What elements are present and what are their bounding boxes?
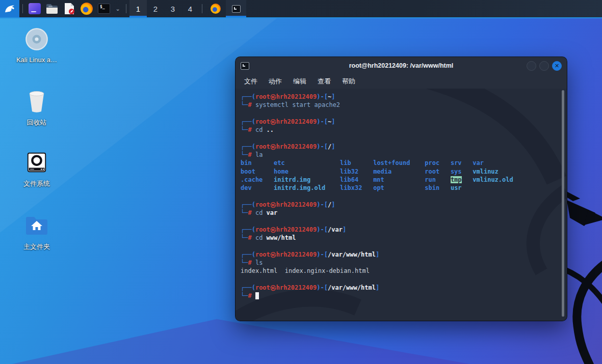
terminal-menubar: 文件动作编辑查看帮助 [235, 74, 567, 89]
terminal-line: ┌──(root㉿hrh20212409)-[/var/www/html] [241, 284, 560, 292]
terminal-line: dev initrd.img.old libx32 opt sbin usr [241, 184, 560, 192]
terminal-line [241, 134, 560, 142]
menu-item-3[interactable]: 查看 [313, 75, 335, 88]
terminal-titlebar[interactable]: root@hrh20212409: /var/www/html ✕ [235, 57, 567, 74]
terminal-dropdown-chevron[interactable]: ⌄ [113, 0, 123, 17]
desktop-icon-label: 主文件夹 [23, 242, 50, 251]
close-button[interactable]: ✕ [552, 61, 562, 71]
launcher-text-editor[interactable] [61, 0, 78, 17]
taskbar-separator [22, 4, 23, 13]
terminal-line: boot home lib32 media root sys vmlinuz [241, 167, 560, 176]
taskbar-separator [202, 4, 202, 13]
terminal-line: └─# systemctl start apache2 [241, 101, 560, 109]
workspace-button-2[interactable]: 2 [147, 0, 164, 17]
terminal-line: └─# ls [241, 259, 560, 267]
terminal-line: └─# cd .. [241, 126, 560, 134]
terminal-line: └─# cd var [241, 209, 560, 217]
kali-dragon-icon [3, 2, 16, 15]
launcher-terminal[interactable]: $_ [95, 0, 113, 17]
window-button-firefox[interactable] [205, 0, 226, 17]
desktop-icon-label: Kali Linux a… [16, 56, 57, 64]
terminal-line: ┌──(root㉿hrh20212409)-[/] [241, 201, 560, 209]
firefox-icon [81, 3, 93, 15]
maximize-button[interactable] [539, 61, 549, 71]
taskbar-separator [126, 4, 126, 13]
folder-icon [46, 4, 58, 14]
terminal-line: bin etc lib lost+found proc srv var [241, 159, 560, 167]
terminal-line: ┌──(root㉿hrh20212409)-[/] [241, 143, 560, 151]
terminal-line [241, 109, 560, 118]
desktop-icon-3[interactable]: 主文件夹 [12, 213, 61, 251]
terminal-line: ┌──(root㉿hrh20212409)-[/var] [241, 226, 560, 234]
terminal-line: ┌──(root㉿hrh20212409)-[/var/www/html] [241, 250, 560, 259]
minimize-button[interactable] [527, 61, 536, 71]
cdrom-icon [24, 26, 49, 52]
launcher-file-manager[interactable] [43, 0, 61, 17]
window-button-terminal[interactable] [226, 0, 246, 17]
terminal-icon: $_ [98, 4, 110, 14]
taskbar: $_ ⌄ 1234 [0, 0, 602, 18]
terminal-line: └─# la [241, 151, 560, 159]
terminal-line [241, 242, 560, 250]
desktop-icon-label: 回收站 [27, 118, 47, 127]
workspace-button-3[interactable]: 3 [164, 0, 181, 17]
workspace-button-4[interactable]: 4 [181, 0, 199, 17]
window-title: root@hrh20212409: /var/www/html [235, 62, 567, 69]
terminal-line: index.html index.nginx-debian.html [241, 267, 560, 275]
terminal-line [241, 217, 560, 225]
terminal-line: └─# cd www/html [241, 234, 560, 242]
terminal-screen: ┌──(root㉿hrh20212409)-[~]└─# systemctl s… [235, 89, 567, 300]
firefox-icon [211, 4, 221, 14]
terminal-line [241, 275, 560, 284]
desktop-icon [29, 3, 41, 14]
terminal-line [241, 192, 560, 201]
desktop-icon-2[interactable]: 文件系统 [12, 150, 61, 188]
window-list [205, 0, 246, 17]
launcher-show-desktop[interactable] [26, 0, 43, 17]
window-controls: ✕ [527, 61, 562, 71]
workspace-button-1[interactable]: 1 [129, 0, 147, 17]
terminal-line: ┌──(root㉿hrh20212409)-[~] [241, 118, 560, 126]
desktop-icon-0[interactable]: Kali Linux a… [12, 26, 61, 64]
terminal-line: .cache initrd.img lib64 mnt run tmp vmli… [241, 176, 560, 184]
desktop-icon-1[interactable]: 回收站 [12, 89, 61, 127]
kali-menu-button[interactable] [0, 0, 19, 17]
terminal-line: ┌──(root㉿hrh20212409)-[~] [241, 93, 560, 101]
trash-icon [25, 89, 48, 114]
menu-item-0[interactable]: 文件 [240, 75, 262, 88]
terminal-line: └─# [241, 292, 560, 300]
terminal-content[interactable]: ┌──(root㉿hrh20212409)-[~]└─# systemctl s… [235, 89, 567, 321]
desktop-icon-label: 文件系统 [23, 179, 50, 188]
home-folder-icon [25, 213, 48, 238]
terminal-icon [232, 5, 241, 13]
terminal-icon [241, 62, 249, 70]
menu-item-4[interactable]: 帮助 [337, 75, 360, 88]
terminal-cursor [255, 292, 259, 299]
menu-item-1[interactable]: 动作 [264, 75, 286, 88]
menu-item-2[interactable]: 编辑 [289, 75, 311, 88]
terminal-window: root@hrh20212409: /var/www/html ✕ 文件动作编辑… [235, 57, 567, 321]
document-edit-icon [64, 3, 75, 15]
terminal-scrollbar[interactable] [562, 90, 564, 317]
workspace-switcher: 1234 [129, 0, 199, 17]
launcher-firefox[interactable] [78, 0, 95, 17]
harddisk-icon [25, 150, 48, 175]
